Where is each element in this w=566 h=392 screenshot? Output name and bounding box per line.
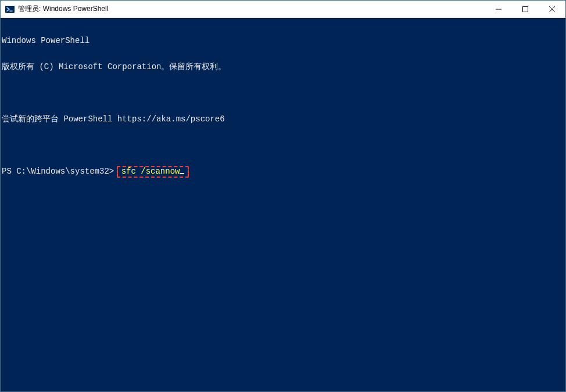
terminal-line: 尝试新的跨平台 PowerShell https://aka.ms/pscore… [2, 115, 564, 124]
maximize-button[interactable] [512, 1, 539, 17]
terminal-line: 版权所有 (C) Microsoft Corporation。保留所有权利。 [2, 63, 564, 71]
minimize-button[interactable] [485, 1, 512, 17]
terminal-line [2, 141, 564, 150]
prompt-prefix: PS C:\Windows\system32> [2, 167, 119, 176]
terminal-line [2, 89, 564, 98]
terminal-area[interactable]: Windows PowerShell 版权所有 (C) Microsoft Co… [1, 18, 565, 391]
powershell-icon [5, 5, 15, 14]
window-controls [485, 1, 565, 17]
svg-rect-0 [5, 6, 15, 13]
prompt-line: PS C:\Windows\system32> sfc /scannow [2, 167, 564, 177]
titlebar-left: 管理员: Windows PowerShell [1, 4, 485, 14]
titlebar[interactable]: 管理员: Windows PowerShell [1, 1, 565, 18]
powershell-window: 管理员: Windows PowerShell Windows PowerShe… [0, 0, 566, 392]
command-text: sfc /scannow [121, 167, 180, 176]
svg-rect-3 [523, 6, 528, 12]
terminal-line: Windows PowerShell [2, 37, 564, 45]
command-highlight: sfc /scannow [118, 167, 188, 177]
close-button[interactable] [539, 1, 565, 17]
cursor [180, 173, 184, 174]
window-title: 管理员: Windows PowerShell [18, 4, 108, 14]
